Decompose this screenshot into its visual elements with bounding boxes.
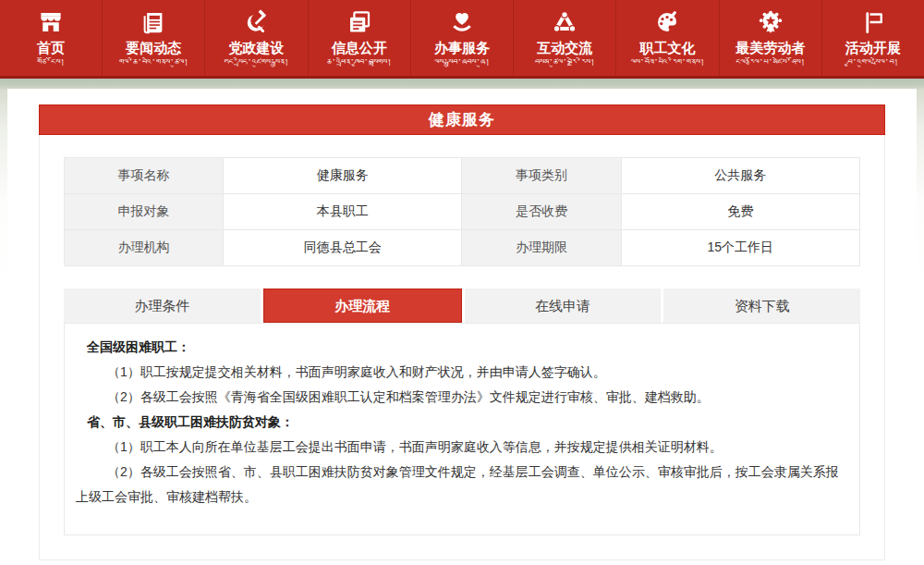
info-label-item-name: 事项名称 [65,158,224,194]
share-network-icon [551,6,578,39]
palette-icon [653,6,681,39]
nav-item-interaction[interactable]: 互动交流 བསམ་ཚུལ་བརྗེ་རེས། [514,0,616,76]
nav-tibetan-label: ངལ་རྩོལ་པ་མཛེས་ཤོས། [736,56,805,68]
nav-tibetan-label: ལས་བཟོ་པའི་རིག་གནས། [630,56,704,68]
documents-icon [346,6,373,39]
info-value-applicant: 本县职工 [224,194,462,230]
main-navigation: 首页 གཙོ་ངོས། 要闻动态 གལ་ཆེ་བའི་གནས་ཚུལ། [0,0,924,79]
tab-downloads[interactable]: 资料下载 [663,289,860,323]
nav-tibetan-label: གལ་ཆེ་བའི་གནས་ཚུལ། [119,56,188,68]
info-value-deadline: 15个工作日 [621,230,859,266]
process-step: （1）职工按规定提交相关材料，书面声明家庭收入和财产状况，并由申请人签字确认。 [76,360,848,385]
nav-tibetan-label: ལས་སྒྲུབ་ཞབས་ཞུ། [434,56,490,68]
info-label-fee: 是否收费 [462,194,621,230]
medal-icon [757,6,784,39]
party-emblem-icon [243,6,271,39]
tab-conditions[interactable]: 办理条件 [64,289,261,323]
tab-online-apply[interactable]: 在线申请 [465,289,662,323]
flag-icon [859,6,887,39]
tab-process[interactable]: 办理流程 [263,289,462,323]
nav-label: 活动开展 [845,39,901,56]
service-info-table: 事项名称 健康服务 事项类别 公共服务 申报对象 本县职工 是否收费 免费 办理… [64,157,860,266]
nav-item-best-laborer[interactable]: 最美劳动者 ངལ་རྩོལ་པ་མཛེས་ཤོས། [720,0,822,76]
info-label-deadline: 办理期限 [462,230,621,266]
info-value-fee: 免费 [621,194,859,230]
detail-tabs: 办理条件 办理流程 在线申请 资料下载 [64,289,860,323]
section-heading-provincial: 省、市、县级职工困难扶防贫对象： [76,410,848,435]
nav-label: 要闻动态 [126,39,181,56]
nav-item-activities[interactable]: 活动开展 བྱ་འགུལ་སྤེལ་བ། [822,0,924,76]
nav-item-services[interactable]: 办事服务 ལས་སྒྲུབ་ཞབས་ཞུ། [411,0,514,76]
news-icon [140,6,167,39]
nav-label: 首页 [37,39,65,56]
nav-label: 党政建设 [229,39,285,56]
table-row: 办理机构 同德县总工会 办理期限 15个工作日 [65,230,860,266]
nav-tibetan-label: ཆ་འཕྲིན་ཁྱབ་བསྒྲགས། [327,56,392,68]
table-row: 申报对象 本县职工 是否收费 免费 [65,194,860,230]
table-row: 事项名称 健康服务 事项类别 公共服务 [65,158,860,194]
nav-label: 互动交流 [537,39,592,56]
service-detail-container: 健康服务 事项名称 健康服务 事项类别 公共服务 申报对象 本县职工 是否收费 … [39,104,885,560]
nav-tibetan-label: གཙོ་ངོས། [37,56,65,68]
process-step: （2）各级工会按照省、市、县职工困难扶防贫对象管理文件规定，经基层工会调查、单位… [76,460,848,510]
info-label-item-category: 事项类别 [462,158,621,194]
nav-item-news[interactable]: 要闻动态 གལ་ཆེ་བའི་གནས་ཚུལ། [103,0,205,76]
nav-tibetan-label: བྱ་འགུལ་སྤེལ་བ། [847,56,898,68]
process-content: 全国级困难职工： （1）职工按规定提交相关材料，书面声明家庭收入和财产状况，并由… [64,323,860,535]
info-label-agency: 办理机构 [65,230,224,266]
info-value-item-name: 健康服务 [224,158,462,194]
heart-hand-icon [448,6,476,39]
nav-item-party-building[interactable]: 党政建设 ཏང་སྲིད་འཛུགས་སྐྲུན། [205,0,308,76]
info-label-applicant: 申报对象 [65,194,224,230]
nav-label: 办事服务 [434,39,490,56]
nav-tibetan-label: ཏང་སྲིད་འཛུགས་སྐྲུན། [225,56,289,68]
page-title: 健康服务 [39,104,885,135]
nav-item-home[interactable]: 首页 གཙོ་ངོས། [0,0,103,76]
nav-label: 信息公开 [332,39,387,56]
info-value-agency: 同德县总工会 [224,230,462,266]
section-heading-national: 全国级困难职工： [76,335,848,360]
main-panel: 健康服务 事项名称 健康服务 事项类别 公共服务 申报对象 本县职工 是否收费 … [7,89,917,565]
nav-label: 职工文化 [639,39,695,56]
nav-item-worker-culture[interactable]: 职工文化 ལས་བཟོ་པའི་རིག་གནས། [616,0,719,76]
home-icon [37,6,65,39]
process-step: （1）职工本人向所在单位基层工会提出书面申请，书面声明家庭收入等信息，并按规定提… [76,435,848,460]
nav-tibetan-label: བསམ་ཚུལ་བརྗེ་རེས། [535,56,595,68]
process-step: （2）各级工会按照《青海省全国级困难职工认定和档案管理办法》文件规定进行审核、审… [76,385,848,410]
nav-label: 最美劳动者 [736,39,805,56]
info-value-item-category: 公共服务 [621,158,859,194]
nav-item-info-disclosure[interactable]: 信息公开 ཆ་འཕྲིན་ཁྱབ་བསྒྲགས། [309,0,411,76]
